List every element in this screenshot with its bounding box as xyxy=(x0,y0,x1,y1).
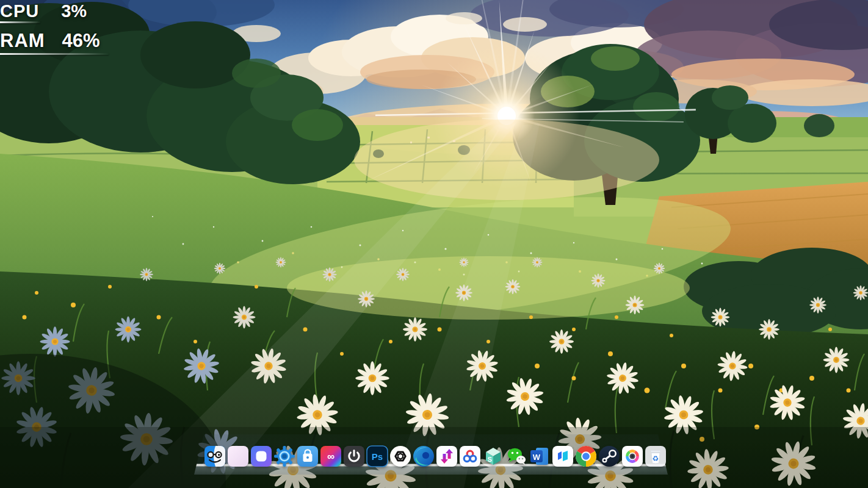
dock-item-chrome[interactable] xyxy=(575,445,597,467)
dock-item-color-wheel[interactable] xyxy=(621,445,643,467)
watt-toolkit-glyph: S xyxy=(488,456,492,463)
photoshop-glyph: Ps xyxy=(372,451,383,462)
color-wheel-icon xyxy=(621,445,643,467)
dock-item-app-store[interactable] xyxy=(297,445,319,467)
wallpaper-meadow-sunset xyxy=(0,0,868,488)
dock-item-watt-toolkit[interactable]: S xyxy=(482,445,504,467)
power-icon xyxy=(343,445,365,467)
dock-item-power[interactable] xyxy=(343,445,365,467)
cpu-label: CPU xyxy=(0,2,39,20)
dock-item-recycle-bin[interactable]: ♻ xyxy=(645,445,667,467)
ram-label: RAM xyxy=(0,31,45,51)
dock-item-adobe-cc[interactable]: ∞ xyxy=(320,445,342,467)
dock-item-notes[interactable] xyxy=(227,445,249,467)
dock-item-edge[interactable] xyxy=(413,445,435,467)
steam-icon xyxy=(598,445,620,467)
baidu-netdisk-icon xyxy=(459,445,481,467)
ram-row: RAM 46% xyxy=(0,31,109,51)
dock: ∞ Ps xyxy=(194,432,668,475)
chatgpt-icon xyxy=(389,445,411,467)
watt-toolkit-cube-icon: S xyxy=(482,445,504,467)
edge-icon xyxy=(413,445,435,467)
tencent-meeting-icon xyxy=(552,445,574,467)
notes-icon xyxy=(227,445,249,467)
recycle-bin-icon: ♻ xyxy=(645,445,667,467)
adobe-creative-cloud-icon: ∞ xyxy=(320,445,342,467)
dock-item-word[interactable]: W xyxy=(529,445,551,467)
dock-item-chatgpt[interactable] xyxy=(389,445,411,467)
dock-item-photoshop[interactable]: Ps xyxy=(366,445,388,467)
chrome-icon xyxy=(575,445,597,467)
recycle-glyph: ♻ xyxy=(653,454,659,463)
system-monitor: CPU 3% RAM 46% xyxy=(0,2,109,55)
dock-item-launchpad[interactable] xyxy=(250,445,272,467)
cpu-underline xyxy=(0,21,40,23)
photoshop-icon: Ps xyxy=(366,445,388,467)
adobe-cc-glyph: ∞ xyxy=(327,451,335,462)
finder-glasses-icon xyxy=(204,445,226,467)
dock-item-mydockfinder[interactable] xyxy=(204,445,226,467)
word-glyph: W xyxy=(533,453,541,462)
cpu-value: 3% xyxy=(61,2,87,20)
dock-item-steam[interactable] xyxy=(598,445,620,467)
transfer-arrows-icon xyxy=(436,445,458,467)
desktop: CPU 3% RAM 46% xyxy=(0,0,868,488)
ram-value: 46% xyxy=(62,31,100,51)
dock-item-settings[interactable] xyxy=(273,445,295,467)
word-icon: W xyxy=(529,445,551,467)
wechat-icon xyxy=(505,445,527,467)
settings-gear-icon xyxy=(273,445,295,467)
ram-underline xyxy=(0,53,109,55)
app-store-bag-icon xyxy=(297,445,319,467)
dock-item-wechat[interactable] xyxy=(505,445,527,467)
launchpad-icon xyxy=(250,445,272,467)
dock-item-baidu-netdisk[interactable] xyxy=(459,445,481,467)
dock-item-file-transfer[interactable] xyxy=(436,445,458,467)
cpu-row: CPU 3% xyxy=(0,2,109,20)
dock-item-tencent-meeting[interactable] xyxy=(552,445,574,467)
dock-row: ∞ Ps xyxy=(204,445,667,467)
